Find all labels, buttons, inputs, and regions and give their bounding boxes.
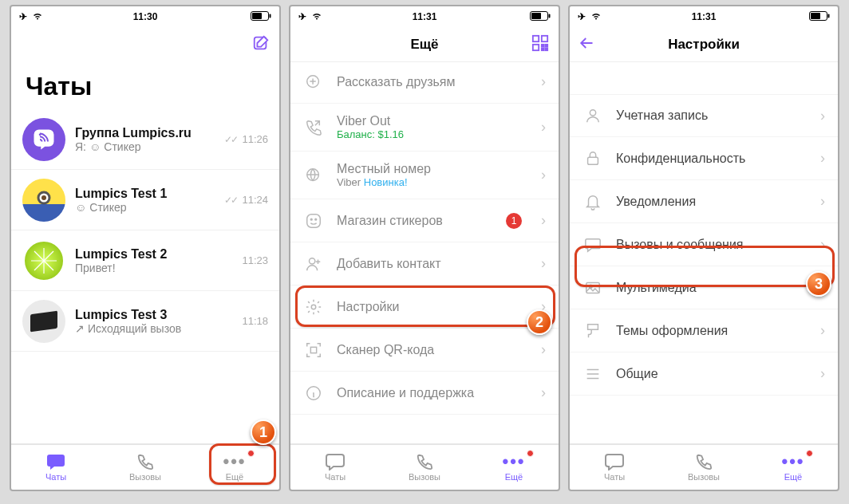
settings-list: Учетная запись › Конфиденциальность › Ув… — [570, 62, 838, 443]
tab-label: Чаты — [325, 472, 346, 482]
chevron-right-icon: › — [541, 255, 546, 272]
tab-label: Ещё — [226, 472, 244, 482]
menu-settings[interactable]: Настройки › — [290, 285, 559, 329]
svg-point-6 — [41, 195, 46, 200]
compose-icon[interactable] — [252, 34, 270, 55]
chevron-right-icon: › — [541, 167, 546, 183]
menu-themes[interactable]: Темы оформления › — [570, 309, 838, 352]
menu-account[interactable]: Учетная запись › — [570, 94, 838, 137]
chat-sub: Стикер — [89, 201, 126, 214]
tab-label: Вызовы — [688, 472, 720, 482]
sticker-emoji-icon: ☺ — [89, 140, 101, 153]
tab-chats[interactable]: Чаты — [570, 445, 659, 490]
tab-calls[interactable]: Вызовы — [101, 445, 190, 490]
svg-rect-17 — [542, 44, 544, 46]
menu-support[interactable]: Описание и поддержка › — [290, 372, 559, 415]
chat-sub: Привет! — [75, 262, 116, 274]
menu-label: Темы оформления — [616, 324, 808, 338]
airplane-icon: ✈ — [19, 11, 27, 22]
sticker-icon — [303, 212, 324, 230]
menu-viber-out[interactable]: Viber Out Баланс: $1.16 › — [290, 104, 559, 152]
svg-rect-18 — [545, 44, 547, 46]
tab-calls[interactable]: Вызовы — [659, 445, 748, 490]
count-badge: 1 — [506, 213, 522, 229]
tab-more[interactable]: ••• Ещё — [190, 445, 279, 490]
chats-icon — [326, 453, 345, 471]
tab-calls[interactable]: Вызовы — [380, 445, 469, 490]
tab-label: Ещё — [505, 472, 523, 482]
screen-chats: ✈ 11:30 Чаты — [10, 5, 281, 491]
chevron-right-icon: › — [820, 193, 825, 210]
brush-icon — [582, 322, 603, 340]
notification-dot-icon — [247, 450, 255, 457]
menu-label: Уведомления — [616, 195, 808, 209]
svg-rect-2 — [252, 13, 262, 19]
menu-label: Мультимедиа — [616, 281, 808, 295]
menu-label: Местный номер — [337, 162, 528, 176]
svg-rect-16 — [533, 44, 539, 49]
menu-media[interactable]: Мультимедиа › — [570, 266, 838, 309]
wifi-icon — [311, 11, 322, 22]
status-time: 11:30 — [11, 11, 279, 22]
chat-time: 11:26 — [242, 133, 268, 145]
menu-add-contact[interactable]: Добавить контакт › — [290, 242, 559, 285]
navbar: Настройки — [570, 27, 838, 62]
menu-label: Сканер QR-кода — [337, 343, 528, 357]
svg-rect-14 — [533, 35, 539, 41]
chat-row[interactable]: Группа Lumpics.ru Я: ☺ Стикер ✓✓ 11:26 — [11, 109, 279, 170]
chat-row[interactable]: Lumpics Test 3 ↗ Исходящий вызов 11:18 — [11, 291, 279, 352]
avatar — [22, 300, 65, 343]
page-title: Чаты — [11, 62, 279, 109]
menu-notifications[interactable]: Уведомления › — [570, 180, 838, 223]
svg-point-24 — [310, 219, 312, 220]
svg-point-25 — [315, 219, 317, 220]
menu-general[interactable]: Общие › — [570, 352, 838, 396]
menu-calls-messages[interactable]: Вызовы и сообщения › — [570, 223, 838, 266]
add-contact-icon — [303, 255, 324, 273]
chevron-right-icon: › — [541, 341, 546, 358]
list-icon — [582, 365, 603, 383]
chat-row[interactable]: Lumpics Test 2 Привет! 11:23 — [11, 230, 279, 291]
more-icon: ••• — [781, 453, 804, 471]
outgoing-call-icon: ↗ — [75, 322, 85, 335]
calls-icon — [416, 453, 433, 471]
menu-stickers[interactable]: Магазин стикеров 1 › — [290, 199, 559, 242]
back-button[interactable] — [579, 36, 594, 53]
chat-name: Lumpics Test 3 — [75, 308, 232, 322]
chevron-right-icon: › — [820, 236, 825, 253]
menu-sublabel: Viber — [337, 176, 361, 188]
menu-privacy[interactable]: Конфиденциальность › — [570, 137, 838, 180]
more-icon: ••• — [502, 453, 525, 471]
tab-bar: Чаты Вызовы ••• Ещё — [570, 443, 838, 490]
battery-icon — [251, 11, 271, 23]
svg-point-4 — [39, 133, 41, 136]
menu-qr-scanner[interactable]: Сканер QR-кода › — [290, 329, 559, 372]
more-icon: ••• — [223, 453, 246, 471]
tab-chats[interactable]: Чаты — [290, 445, 380, 490]
tab-chats[interactable]: Чаты — [11, 445, 101, 490]
menu-label: Рассказать друзьям — [337, 75, 528, 89]
chevron-right-icon: › — [541, 298, 546, 315]
menu-label: Конфиденциальность — [616, 152, 808, 166]
chat-row[interactable]: Lumpics Test 1 ☺ Стикер ✓✓ 11:24 — [11, 170, 279, 230]
chevron-right-icon: › — [541, 384, 546, 401]
menu-local-number[interactable]: Местный номер Viber Новинка! › — [290, 152, 559, 199]
navbar — [11, 27, 279, 62]
svg-rect-1 — [270, 14, 271, 18]
qr-icon[interactable] — [531, 34, 549, 55]
tab-more[interactable]: ••• Ещё — [469, 445, 559, 490]
balance-label: Баланс: — [337, 128, 375, 140]
avatar — [22, 118, 65, 161]
airplane-icon: ✈ — [578, 11, 586, 22]
svg-point-26 — [310, 258, 315, 263]
nav-title: Ещё — [410, 37, 438, 53]
svg-point-27 — [311, 305, 316, 309]
menu-label: Добавить контакт — [337, 257, 528, 271]
tab-more[interactable]: ••• Ещё — [748, 445, 838, 490]
more-list: Рассказать друзьям › Viber Out Баланс: $… — [290, 61, 559, 443]
menu-share[interactable]: Рассказать друзьям › — [290, 61, 559, 104]
navbar: Ещё — [290, 27, 559, 62]
svg-rect-20 — [545, 48, 547, 50]
chat-sub: Стикер — [104, 140, 140, 153]
menu-label: Описание и поддержка — [337, 386, 528, 400]
